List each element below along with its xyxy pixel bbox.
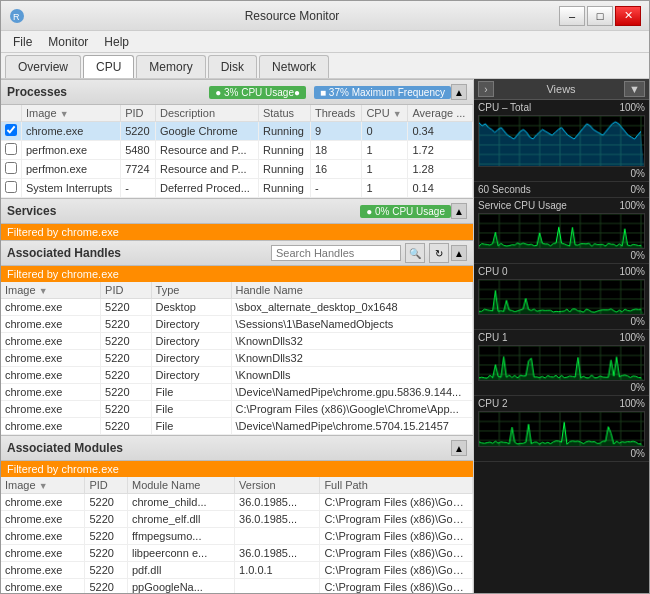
chart-pct: 100% — [619, 266, 645, 277]
tab-bar: Overview CPU Memory Disk Network — [1, 53, 649, 79]
tab-overview[interactable]: Overview — [5, 55, 81, 78]
col-pid[interactable]: PID — [121, 105, 156, 122]
module-row[interactable]: chrome.exe 5220 ppGoogleNa... C:\Program… — [1, 579, 473, 595]
proc-image: System Interrupts — [22, 179, 121, 198]
modules-collapse-btn[interactable]: ▲ — [451, 440, 467, 456]
handle-row[interactable]: chrome.exe 5220 File C:\Program Files (x… — [1, 401, 473, 418]
services-filter-bar: Filtered by chrome.exe — [1, 224, 473, 240]
col-h-type[interactable]: Type — [151, 282, 231, 299]
proc-image: perfmon.exe — [22, 160, 121, 179]
chart-canvas — [478, 279, 645, 315]
proc-threads: 18 — [310, 141, 361, 160]
handle-row[interactable]: chrome.exe 5220 Directory \KnownDlls32 — [1, 350, 473, 367]
mod-image: chrome.exe — [1, 562, 85, 579]
col-h-image[interactable]: Image ▼ — [1, 282, 101, 299]
handles-search-icon[interactable]: 🔍 — [405, 243, 425, 263]
mod-path: C:\Program Files (x86)\Google\Chrome\App… — [320, 579, 473, 595]
module-row[interactable]: chrome.exe 5220 chrome_child... 36.0.198… — [1, 494, 473, 511]
mod-path: C:\Program Files (x86)\Google\Chrome\App… — [320, 562, 473, 579]
minimize-button[interactable]: – — [559, 6, 585, 26]
handle-pid: 5220 — [101, 333, 152, 350]
handles-table: Image ▼ PID Type Handle Name chrome.exe … — [1, 282, 473, 435]
tab-cpu[interactable]: CPU — [83, 55, 134, 78]
chart-label: 60 Seconds — [478, 184, 531, 195]
col-m-image[interactable]: Image ▼ — [1, 477, 85, 494]
module-row[interactable]: chrome.exe 5220 ffmpegsumo... C:\Program… — [1, 528, 473, 545]
col-m-path[interactable]: Full Path — [320, 477, 473, 494]
handle-row[interactable]: chrome.exe 5220 Directory \KnownDlls — [1, 367, 473, 384]
col-image[interactable]: Image ▼ — [22, 105, 121, 122]
handle-row[interactable]: chrome.exe 5220 Desktop \sbox_alternate_… — [1, 299, 473, 316]
modules-title: Associated Modules — [7, 441, 451, 455]
col-m-pid[interactable]: PID — [85, 477, 128, 494]
module-row[interactable]: chrome.exe 5220 pdf.dll 1.0.0.1 C:\Progr… — [1, 562, 473, 579]
views-dropdown[interactable]: ▼ — [624, 81, 645, 97]
mod-module: chrome_child... — [127, 494, 234, 511]
col-h-pid[interactable]: PID — [101, 282, 152, 299]
proc-check[interactable] — [1, 160, 22, 179]
col-m-module[interactable]: Module Name — [127, 477, 234, 494]
process-row[interactable]: perfmon.exe 7724 Resource and P... Runni… — [1, 160, 473, 179]
mod-module: pdf.dll — [127, 562, 234, 579]
mod-module: chrome_elf.dll — [127, 511, 234, 528]
handle-row[interactable]: chrome.exe 5220 File \Device\NamedPipe\c… — [1, 418, 473, 435]
handle-image: chrome.exe — [1, 418, 101, 435]
panel-expand-btn[interactable]: › — [478, 81, 494, 97]
module-row[interactable]: chrome.exe 5220 libpeerconn e... 36.0.19… — [1, 545, 473, 562]
tab-network[interactable]: Network — [259, 55, 329, 78]
proc-check[interactable] — [1, 141, 22, 160]
col-avg[interactable]: Average ... — [408, 105, 473, 122]
module-row[interactable]: chrome.exe 5220 chrome_elf.dll 36.0.1985… — [1, 511, 473, 528]
proc-desc: Deferred Proced... — [155, 179, 258, 198]
services-section-header[interactable]: Services ● 0% CPU Usage ▲ — [1, 198, 473, 224]
chart-title: CPU 0 — [478, 266, 507, 277]
chart-val-row: 0% — [478, 168, 645, 179]
handles-search-input[interactable] — [271, 245, 401, 261]
process-row[interactable]: perfmon.exe 5480 Resource and P... Runni… — [1, 141, 473, 160]
chart-label-row: CPU – Total100% — [478, 102, 645, 113]
col-h-name[interactable]: Handle Name — [231, 282, 472, 299]
chart-val-row: 0% — [478, 382, 645, 393]
chart-bottom-val: 0% — [631, 448, 645, 459]
handle-image: chrome.exe — [1, 333, 101, 350]
proc-check[interactable] — [1, 179, 22, 198]
col-desc[interactable]: Description — [155, 105, 258, 122]
menu-file[interactable]: File — [5, 33, 40, 51]
handles-section-header[interactable]: Associated Handles 🔍 ↻ ▲ — [1, 240, 473, 266]
chart-label-row: CPU 1100% — [478, 332, 645, 343]
processes-collapse-btn[interactable]: ▲ — [451, 84, 467, 100]
main-content: Processes ● 3% CPU Usage● ■ 37% Maximum … — [1, 79, 649, 594]
modules-section-header[interactable]: Associated Modules ▲ — [1, 435, 473, 461]
handle-row[interactable]: chrome.exe 5220 Directory \Sessions\1\Ba… — [1, 316, 473, 333]
handle-type: File — [151, 401, 231, 418]
handle-pid: 5220 — [101, 418, 152, 435]
mod-path: C:\Program Files (x86)\Google\Chrome\App… — [320, 494, 473, 511]
process-row[interactable]: System Interrupts - Deferred Proced... R… — [1, 179, 473, 198]
handle-row[interactable]: chrome.exe 5220 Directory \KnownDlls32 — [1, 333, 473, 350]
chart-container: Service CPU Usage100%0% — [474, 198, 649, 264]
maximize-button[interactable]: □ — [587, 6, 613, 26]
proc-check[interactable] — [1, 122, 22, 141]
menu-help[interactable]: Help — [96, 33, 137, 51]
handle-row[interactable]: chrome.exe 5220 File \Device\NamedPipe\c… — [1, 384, 473, 401]
proc-cpu: 1 — [362, 141, 408, 160]
col-cpu[interactable]: CPU ▼ — [362, 105, 408, 122]
services-collapse-btn[interactable]: ▲ — [451, 203, 467, 219]
handle-type: Desktop — [151, 299, 231, 316]
tab-memory[interactable]: Memory — [136, 55, 205, 78]
handles-collapse-btn[interactable]: ▲ — [451, 245, 467, 261]
views-label: Views — [498, 83, 624, 95]
col-status[interactable]: Status — [258, 105, 310, 122]
col-m-version[interactable]: Version — [235, 477, 320, 494]
close-button[interactable]: ✕ — [615, 6, 641, 26]
process-row[interactable]: chrome.exe 5220 Google Chrome Running 9 … — [1, 122, 473, 141]
col-threads[interactable]: Threads — [310, 105, 361, 122]
handles-refresh-icon[interactable]: ↻ — [429, 243, 449, 263]
processes-section-header[interactable]: Processes ● 3% CPU Usage● ■ 37% Maximum … — [1, 79, 473, 105]
mod-image: chrome.exe — [1, 545, 85, 562]
chart-container: CPU 2100%0% — [474, 396, 649, 462]
chart-container: CPU – Total100%0% — [474, 100, 649, 182]
handle-image: chrome.exe — [1, 384, 101, 401]
tab-disk[interactable]: Disk — [208, 55, 257, 78]
menu-monitor[interactable]: Monitor — [40, 33, 96, 51]
